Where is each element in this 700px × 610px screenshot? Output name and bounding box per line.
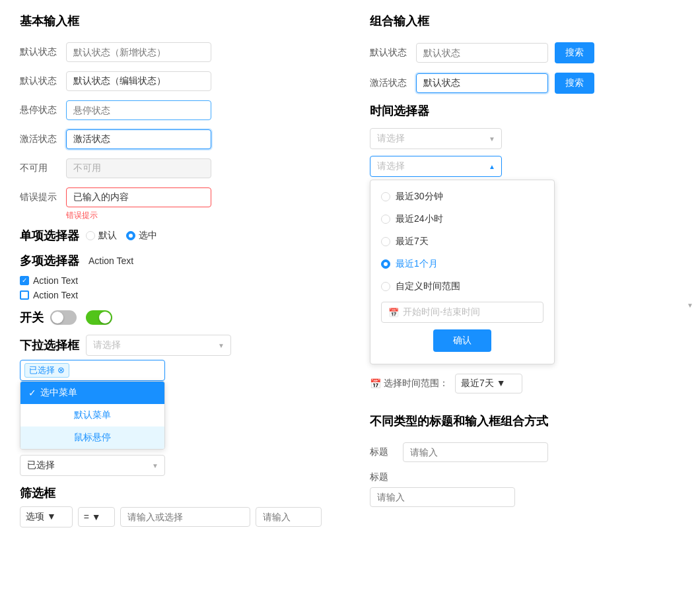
- time-select-closed-wrapper: 请选择 ▼: [370, 128, 502, 149]
- dropdown-section: 下拉选择框 请选择 已选择 ⊗ ✓: [20, 335, 330, 476]
- filter-right-input[interactable]: [256, 507, 322, 527]
- checkbox-group: ✓ Action Text Action Text: [20, 275, 330, 300]
- time-range-arrow: ▼: [497, 378, 506, 388]
- label-error: 错误提示: [20, 191, 59, 203]
- time-option-7d[interactable]: 最近7天: [370, 230, 554, 253]
- check-icon-1: ✓: [22, 277, 27, 284]
- diff-label-inline: 标题: [370, 446, 396, 458]
- combo-search-btn-default[interactable]: 搜索: [555, 42, 594, 63]
- checkbox-row-1[interactable]: ✓ Action Text: [20, 275, 330, 286]
- toggle-knob-on: [99, 312, 111, 323]
- toggle-title: 开关: [20, 310, 44, 325]
- combo-label-active: 激活状态: [370, 77, 409, 89]
- time-range-select-wrapper: 最近7天 ▼: [455, 374, 522, 393]
- time-select-closed[interactable]: 请选择: [370, 128, 502, 149]
- filter-row: 选项 ▼ = ▼: [20, 506, 322, 527]
- input-hover[interactable]: [66, 100, 211, 120]
- label-active: 激活状态: [20, 133, 59, 145]
- dropdown-open-wrapper: 已选择 ⊗ ✓ 选中菜单 默认菜单 鼠标悬停: [20, 360, 165, 450]
- time-radio-24h: [381, 215, 390, 224]
- radio-section: 单项选择器 默认 选中: [20, 228, 330, 244]
- toggle-group: [50, 310, 112, 325]
- filter-text-input[interactable]: [120, 507, 250, 527]
- time-select-open-wrapper: 请选择 ▲: [370, 156, 502, 177]
- time-range-select[interactable]: 最近7天 ▼: [455, 374, 522, 393]
- diff-row-inline: 标题: [370, 442, 680, 462]
- radio-title: 单项选择器: [20, 228, 79, 244]
- radio-default[interactable]: 默认: [86, 230, 117, 242]
- time-dropdown-section: 请选择 ▲ 最近30分钟 最近24小时 最近7天: [370, 156, 680, 364]
- diff-input-inline[interactable]: [403, 442, 548, 462]
- dropdown-arrow-down: [218, 342, 225, 349]
- radio-circle-selected: [126, 231, 135, 240]
- combo-search-btn-active[interactable]: 搜索: [555, 73, 594, 94]
- time-radio-7d: [381, 237, 390, 246]
- toggle-off[interactable]: [50, 310, 77, 325]
- filter-option-arrow: ▼: [47, 511, 56, 522]
- combo-row-default: 默认状态 搜索: [370, 42, 680, 63]
- dropdown-item-default[interactable]: 默认菜单: [20, 404, 164, 426]
- checkbox-row-2[interactable]: Action Text: [20, 290, 330, 300]
- dropdown-plain-wrapper: 已选择: [20, 455, 165, 476]
- diff-input-block[interactable]: [370, 487, 515, 507]
- time-option-label-custom: 自定义时间范围: [396, 281, 460, 292]
- dropdown-item-selected[interactable]: ✓ 选中菜单: [20, 382, 164, 404]
- filter-eq-arrow: ▼: [92, 512, 101, 522]
- dropdown-open-arrow: [687, 302, 693, 309]
- checkbox-box-1: ✓: [20, 276, 29, 285]
- time-option-1m[interactable]: 最近1个月: [370, 253, 554, 275]
- dropdown-open-section: 已选择 ⊗ ✓ 选中菜单 默认菜单 鼠标悬停: [20, 360, 330, 450]
- combo-row-active: 激活状态 搜索: [370, 73, 680, 94]
- checkbox-title: 多项选择器: [20, 253, 79, 269]
- time-select-open[interactable]: 请选择: [370, 156, 502, 177]
- time-custom-placeholder: 开始时间-结束时间: [403, 306, 480, 318]
- input-row-error: 错误提示: [20, 187, 330, 207]
- toggle-on[interactable]: [86, 310, 112, 325]
- combo-input-active[interactable]: [416, 73, 548, 93]
- radio-label-default: 默认: [98, 230, 117, 242]
- radio-group: 默认 选中: [86, 230, 157, 242]
- label-hover: 悬停状态: [20, 104, 59, 116]
- time-picker-title: 时间选择器: [370, 103, 680, 119]
- dropdown-tag-display[interactable]: 已选择 ⊗: [20, 360, 165, 381]
- time-option-label-1m: 最近1个月: [396, 258, 438, 270]
- checkbox-box-2: [20, 290, 29, 300]
- radio-circle-default: [86, 231, 95, 240]
- dropdown-title: 下拉选择框: [20, 337, 79, 353]
- input-disabled: [66, 158, 211, 178]
- time-range-label: 📅 选择时间范围：: [370, 378, 448, 390]
- check-mark: ✓: [28, 388, 36, 398]
- time-option-label-24h: 最近24小时: [396, 213, 443, 225]
- time-picker-section: 时间选择器 请选择 ▼ 请选择 ▲ 最近30分钟: [370, 103, 680, 393]
- time-option-24h[interactable]: 最近24小时: [370, 208, 554, 230]
- time-custom-input[interactable]: 📅 开始时间-结束时间: [381, 302, 543, 323]
- dropdown-closed[interactable]: 请选择: [86, 335, 231, 356]
- time-option-label-7d: 最近7天: [396, 236, 429, 248]
- input-default-edit[interactable]: [66, 71, 211, 91]
- input-row-disabled: 不可用: [20, 158, 330, 178]
- filter-option-wrapper: 选项 ▼: [20, 506, 73, 527]
- time-option-30min[interactable]: 最近30分钟: [370, 186, 554, 208]
- dropdown-plain-arrow: [152, 462, 158, 469]
- selected-tag: 已选择 ⊗: [24, 363, 69, 378]
- confirm-button[interactable]: 确认: [433, 329, 491, 352]
- input-error[interactable]: [66, 187, 211, 207]
- input-row-default-edit: 默认状态: [20, 71, 330, 91]
- time-option-custom[interactable]: 自定义时间范围: [370, 275, 554, 298]
- filter-option-select[interactable]: 选项 ▼: [20, 506, 73, 527]
- dropdown-item-hover[interactable]: 鼠标悬停: [20, 426, 164, 449]
- input-row-default-new: 默认状态: [20, 42, 330, 62]
- dropdown-item-label-1: 选中菜单: [40, 387, 77, 399]
- combo-input-default[interactable]: [416, 43, 548, 63]
- input-default-new[interactable]: [66, 42, 211, 62]
- label-default-edit: 默认状态: [20, 75, 59, 87]
- combo-label-default: 默认状态: [370, 47, 409, 59]
- radio-selected[interactable]: 选中: [126, 230, 157, 242]
- filter-eq-wrapper: = ▼: [78, 507, 115, 527]
- filter-eq-select[interactable]: = ▼: [78, 507, 115, 527]
- diff-row-block: 标题: [370, 471, 680, 507]
- combo-title: 组合输入框: [370, 13, 680, 29]
- input-active[interactable]: [66, 129, 211, 149]
- diff-section: 不同类型的标题和输入框组合方式 标题 标题: [370, 413, 680, 507]
- dropdown-plain[interactable]: 已选择: [20, 455, 165, 476]
